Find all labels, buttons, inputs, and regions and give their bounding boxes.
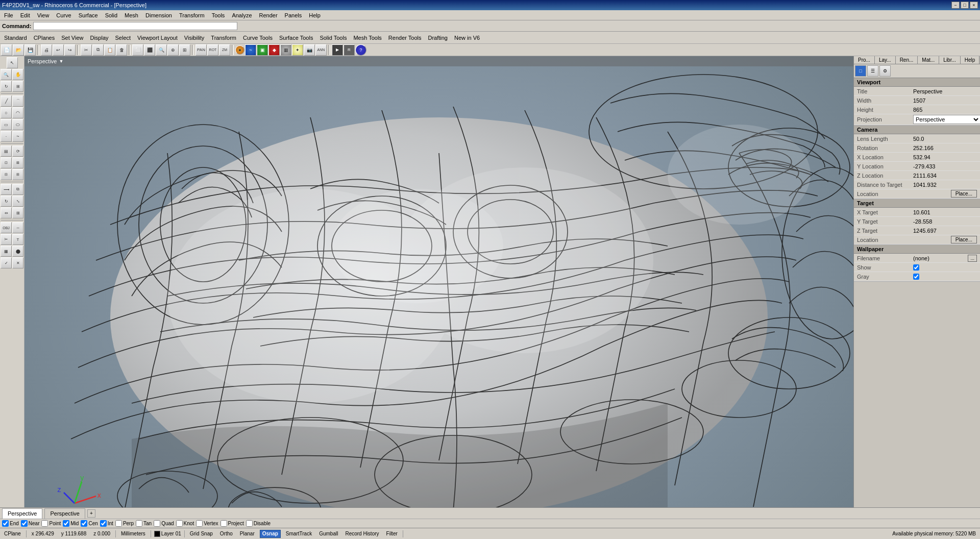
menu-tools[interactable]: Tools (209, 12, 228, 19)
snap-point[interactable]: Point (41, 520, 61, 527)
save-btn[interactable]: 💾 (24, 44, 36, 56)
menu-render[interactable]: Render (256, 12, 281, 19)
snap-int-checkbox[interactable] (100, 520, 107, 527)
toolbar-viewport-layout[interactable]: Viewport Layout (134, 32, 181, 43)
viewport-canvas[interactable]: x y z (24, 56, 853, 507)
toolbar-visibility[interactable]: Visibility (181, 32, 208, 43)
lt-copy-icon[interactable]: ⧉ (12, 184, 23, 195)
status-record-history[interactable]: Record History (343, 531, 381, 536)
annotation-btn[interactable]: ANN (315, 44, 327, 56)
status-gumball[interactable]: Gumball (317, 531, 340, 536)
lt-osnap-icon[interactable]: OBJ (1, 222, 12, 233)
status-ortho[interactable]: Ortho (218, 531, 235, 536)
curve-btn[interactable]: ~ (245, 44, 256, 56)
rp-tab-render[interactable]: Ren... (896, 56, 918, 64)
menu-view[interactable]: View (34, 12, 53, 19)
lt-select-icon[interactable]: ↖ (7, 57, 18, 68)
status-osnap[interactable]: Osnap (260, 530, 281, 538)
lt-dimension-icon[interactable]: ⊢ (1, 234, 12, 245)
pan-btn[interactable]: PAN (195, 44, 207, 56)
vp-tab-perspective-1[interactable]: Perspective (2, 508, 42, 519)
lt-scale-icon[interactable]: ⤡ (12, 195, 23, 207)
snap-knot-checkbox[interactable] (176, 520, 183, 527)
lt-freeform-icon[interactable]: ~ (12, 131, 23, 142)
zoom-sel-btn[interactable]: ⊕ (167, 44, 179, 56)
rp-settings-icon[interactable]: ⚙ (879, 65, 891, 77)
snap-tan[interactable]: Tan (136, 520, 152, 527)
toolbar-new-in-v6[interactable]: New in V6 (451, 32, 483, 43)
viewport-area[interactable]: Perspective ▼ (24, 56, 853, 507)
lt-move-icon[interactable]: ⟶ (1, 184, 12, 195)
lt-line-icon[interactable]: ╱ (1, 95, 12, 107)
paste-btn[interactable]: 📋 (104, 44, 115, 56)
snap-end-checkbox[interactable] (2, 520, 9, 527)
camera-place-button[interactable]: Place... (951, 190, 977, 198)
snap-near-checkbox[interactable] (21, 520, 28, 527)
rp-tab-materials[interactable]: Mat... (918, 56, 939, 64)
open-btn[interactable]: 📂 (13, 44, 24, 56)
lt-point-icon[interactable]: · (1, 131, 12, 142)
snap-perp-checkbox[interactable] (115, 520, 122, 527)
lt-dot-icon[interactable]: ⬤ (12, 246, 23, 257)
surface-btn[interactable]: ▣ (257, 44, 268, 56)
snap-tan-checkbox[interactable] (136, 520, 142, 527)
zoom-btn[interactable]: ZM (219, 44, 230, 56)
lt-circle-icon[interactable]: ○ (1, 107, 12, 118)
toolbar-standard[interactable]: Standard (1, 32, 30, 43)
toolbar-transform[interactable]: Transform (208, 32, 239, 43)
snap-project[interactable]: Project (220, 520, 244, 527)
delete-btn[interactable]: 🗑 (116, 44, 127, 56)
undo-btn[interactable]: ↩ (53, 44, 64, 56)
snap-cen[interactable]: Cen (81, 520, 97, 527)
menu-panels[interactable]: Panels (282, 12, 305, 19)
toolbar-select[interactable]: Select (112, 32, 134, 43)
redo-btn[interactable]: ↪ (64, 44, 76, 56)
status-grid-snap[interactable]: Grid Snap (188, 531, 215, 536)
select-all-btn[interactable]: ⬜ (132, 44, 143, 56)
point-btn[interactable]: ● (235, 45, 244, 55)
lt-rectangle-icon[interactable]: ▭ (1, 119, 12, 130)
snap-knot[interactable]: Knot (176, 520, 194, 527)
menu-analyze[interactable]: Analyze (229, 12, 255, 19)
snap-perp[interactable]: Perp (115, 520, 134, 527)
snap-disable[interactable]: Disable (246, 520, 271, 527)
vp-tab-perspective-2[interactable]: Perspective (44, 508, 85, 519)
menu-curve[interactable]: Curve (53, 12, 74, 19)
lt-ellipse-icon[interactable]: ⬭ (12, 119, 23, 130)
lt-loft-icon[interactable]: ⊡ (1, 157, 12, 168)
lt-plane-icon[interactable]: ▤ (1, 145, 12, 157)
lt-hatch-icon[interactable]: ▦ (1, 246, 12, 257)
snap-mid[interactable]: Mid (63, 520, 79, 527)
prop-gray-checkbox[interactable] (913, 274, 919, 280)
lt-zoom-ext-icon[interactable]: ⊞ (12, 81, 23, 92)
lt-rotate-icon[interactable]: ↻ (1, 81, 12, 92)
window-sel-btn[interactable]: ⬛ (144, 44, 155, 56)
rp-tab-properties[interactable]: Pro... (854, 56, 875, 64)
lt-array-icon[interactable]: ⊞ (12, 207, 23, 218)
vp-tab-add-button[interactable]: + (87, 509, 95, 518)
snap-quad-checkbox[interactable] (154, 520, 160, 527)
new-btn[interactable]: 📄 (1, 44, 12, 56)
light-btn[interactable]: ✦ (292, 44, 303, 56)
lt-text-icon[interactable]: T (12, 234, 23, 245)
mesh-btn[interactable]: ▦ (280, 44, 291, 56)
window-controls[interactable]: − □ × (951, 2, 978, 9)
toolbar-drafting[interactable]: Drafting (425, 32, 451, 43)
rp-tab-libraries[interactable]: Libr... (939, 56, 960, 64)
lt-pan-icon[interactable]: ✋ (12, 69, 23, 80)
viewport-dropdown-arrow[interactable]: ▼ (59, 59, 63, 64)
menu-transform[interactable]: Transform (176, 12, 208, 19)
snap-near[interactable]: Near (21, 520, 40, 527)
render-btn[interactable]: R (344, 44, 355, 56)
status-filter[interactable]: Filter (384, 531, 400, 536)
zoom-ext-btn[interactable]: ⊞ (179, 44, 190, 56)
rp-tab-help[interactable]: Help (961, 56, 980, 64)
camera-btn[interactable]: 📷 (304, 44, 315, 56)
rp-tab-layers[interactable]: Lay... (875, 56, 896, 64)
lt-crosshair-icon[interactable]: ✕ (12, 257, 23, 268)
maximize-button[interactable]: □ (961, 2, 969, 9)
snap-int[interactable]: Int (100, 520, 113, 527)
lt-revolve-icon[interactable]: ⟳ (12, 145, 23, 157)
menu-dimension[interactable]: Dimension (142, 12, 175, 19)
menu-file[interactable]: File (1, 12, 16, 19)
